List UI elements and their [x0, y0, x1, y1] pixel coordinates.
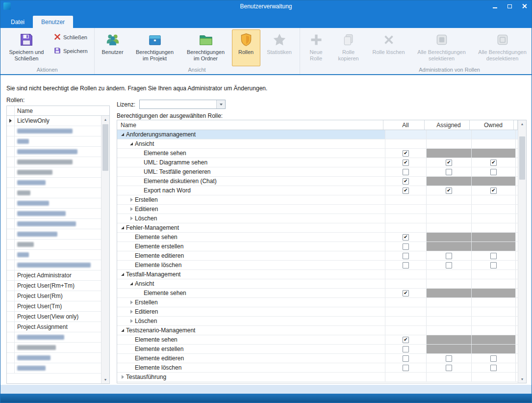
column-all[interactable]: All	[383, 120, 425, 130]
permission-row[interactable]: Elemente editieren	[117, 354, 518, 363]
permission-row[interactable]: Anforderungsmanagement	[117, 130, 518, 139]
assigned-cell[interactable]	[427, 279, 472, 288]
permission-row[interactable]: Elemente erstellen	[117, 242, 518, 251]
assigned-cell[interactable]	[427, 363, 472, 372]
permission-row[interactable]: Löschen	[117, 214, 518, 223]
column-assigned[interactable]: Assigned	[425, 120, 470, 130]
roles-scroll-track[interactable]	[101, 123, 109, 376]
permissions-folder-button[interactable]: Berechtigungenim Ordner	[181, 29, 231, 66]
owned-cell[interactable]	[472, 261, 516, 269]
save-ribbon-button[interactable]: Speichern	[51, 46, 92, 56]
permission-row[interactable]: Ansicht	[117, 279, 518, 289]
role-row[interactable]: Project User(View only)	[7, 312, 101, 322]
owned-cell[interactable]	[472, 373, 516, 381]
owned-cell[interactable]	[472, 195, 516, 204]
all-cell[interactable]	[385, 130, 427, 139]
all-cell[interactable]	[385, 345, 427, 353]
checkbox-unchecked[interactable]	[490, 355, 497, 362]
role-row[interactable]	[7, 188, 101, 198]
all-cell[interactable]	[385, 317, 427, 325]
role-row[interactable]	[7, 343, 101, 353]
permission-row[interactable]: Elemente sehen✔	[117, 149, 518, 158]
permission-row[interactable]: Export nach Word✔✔✔	[117, 186, 518, 195]
checkbox-unchecked[interactable]	[446, 355, 452, 362]
owned-cell[interactable]	[472, 317, 516, 325]
table-scroll-track[interactable]	[518, 128, 526, 376]
all-cell[interactable]	[385, 251, 427, 260]
save-and-close-button[interactable]: Speichern undSchließen	[2, 29, 51, 66]
role-row[interactable]	[7, 147, 101, 157]
all-cell[interactable]	[385, 307, 427, 316]
all-cell[interactable]	[385, 139, 427, 148]
checkbox-unchecked[interactable]	[490, 169, 497, 175]
checkbox-unchecked[interactable]	[403, 346, 409, 352]
all-cell[interactable]	[385, 242, 427, 251]
all-cell[interactable]	[385, 270, 427, 279]
assigned-cell[interactable]	[427, 223, 472, 232]
checkbox-unchecked[interactable]	[490, 253, 497, 259]
checkbox-unchecked[interactable]	[403, 253, 409, 259]
checkbox-unchecked[interactable]	[403, 169, 409, 175]
scroll-up-icon[interactable]: ▲	[101, 116, 109, 123]
checkbox-checked[interactable]: ✔	[403, 150, 409, 157]
owned-cell[interactable]	[472, 223, 516, 232]
checkbox-checked[interactable]: ✔	[490, 160, 497, 166]
all-cell[interactable]	[385, 373, 427, 381]
role-row[interactable]	[7, 136, 101, 147]
assigned-cell[interactable]: ✔	[427, 186, 472, 195]
permission-row[interactable]: Testszenario-Management	[117, 326, 518, 335]
expander-icon[interactable]	[119, 375, 126, 379]
all-cell[interactable]	[385, 195, 427, 204]
role-row[interactable]	[7, 240, 101, 250]
owned-cell[interactable]	[472, 363, 516, 372]
close-button[interactable]	[517, 0, 532, 12]
owned-cell[interactable]	[472, 354, 516, 363]
table-scroll-thumb[interactable]	[519, 136, 525, 180]
roles-column-name[interactable]: Name	[15, 106, 109, 115]
all-cell[interactable]: ✔	[385, 149, 427, 158]
owned-cell[interactable]	[472, 270, 516, 279]
role-row[interactable]	[7, 167, 101, 178]
expander-icon[interactable]	[128, 310, 135, 314]
role-row[interactable]	[7, 229, 101, 240]
roles-scroll-thumb[interactable]	[102, 124, 108, 171]
checkbox-checked[interactable]: ✔	[446, 160, 452, 166]
role-row[interactable]	[7, 178, 101, 188]
permission-row[interactable]: Elemente erstellen	[117, 345, 518, 354]
assigned-cell[interactable]	[427, 317, 472, 325]
column-name[interactable]: Name	[117, 120, 383, 130]
all-cell[interactable]	[385, 223, 427, 232]
maximize-button[interactable]	[502, 0, 517, 12]
assigned-cell[interactable]	[427, 307, 472, 316]
owned-cell[interactable]	[472, 279, 516, 288]
scroll-down-icon[interactable]: ▼	[518, 376, 526, 383]
assigned-cell[interactable]	[427, 373, 472, 381]
permission-row[interactable]: Elemente diskutieren (Chat)✔	[117, 177, 518, 186]
checkbox-unchecked[interactable]	[446, 253, 452, 259]
minimize-button[interactable]	[487, 0, 502, 12]
assigned-cell[interactable]	[427, 195, 472, 204]
benutzer-button[interactable]: Benutzer	[97, 29, 129, 66]
expander-icon[interactable]	[128, 300, 135, 304]
role-row[interactable]	[7, 198, 101, 209]
expander-icon[interactable]	[128, 207, 135, 211]
assigned-cell[interactable]	[427, 326, 472, 335]
assigned-cell[interactable]	[427, 214, 472, 223]
owned-cell[interactable]	[472, 251, 516, 260]
owned-cell[interactable]	[472, 326, 516, 335]
assigned-cell[interactable]	[427, 298, 472, 307]
owned-cell[interactable]	[472, 130, 516, 139]
rollen-button[interactable]: Rollen	[232, 29, 260, 66]
checkbox-checked[interactable]: ✔	[403, 188, 409, 194]
all-cell[interactable]	[385, 279, 427, 288]
assigned-cell[interactable]	[427, 354, 472, 363]
permission-row[interactable]: Elemente sehen✔	[117, 289, 518, 298]
owned-cell[interactable]	[472, 307, 516, 316]
assigned-cell[interactable]	[427, 139, 472, 148]
role-row[interactable]	[7, 126, 101, 136]
role-row[interactable]	[7, 260, 101, 270]
owned-cell[interactable]	[472, 167, 516, 176]
all-cell[interactable]	[385, 298, 427, 307]
expander-icon[interactable]	[119, 273, 126, 276]
tab-benutzer[interactable]: Benutzer	[33, 16, 73, 28]
